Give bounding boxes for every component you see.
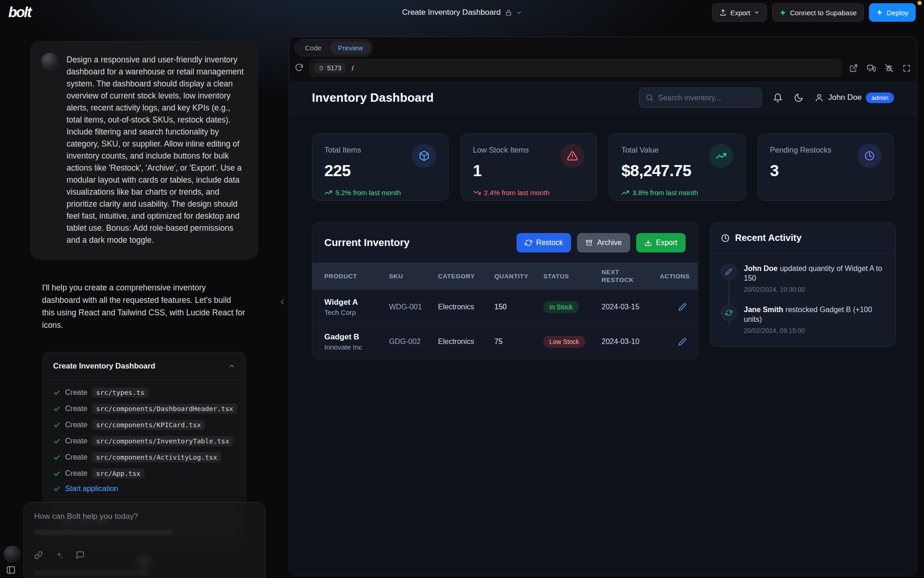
tab-preview[interactable]: Preview: [330, 41, 371, 55]
table-row: Gadget B Innovate Inc GDG-002 Electronic…: [312, 324, 698, 359]
step-action: Create: [65, 437, 87, 445]
check-icon: [53, 405, 61, 412]
plan-step: Create src/components/DashboardHeader.ts…: [53, 404, 235, 414]
bell-icon[interactable]: [773, 93, 783, 103]
collapse-chat-button[interactable]: [275, 295, 289, 309]
chat-mode-icon[interactable]: [76, 551, 85, 560]
sku-cell: WDG-001: [389, 303, 438, 311]
download-icon: [644, 239, 652, 246]
edit-icon[interactable]: [678, 338, 689, 346]
check-icon: [53, 437, 61, 445]
supabase-label: Connect to Supabase: [790, 9, 857, 17]
kpi-card-total-value: Total Value $8,247.75 3.8% from last mon…: [609, 133, 746, 201]
quantity-cell[interactable]: 150: [494, 303, 543, 311]
bolt-workspace: bolt Create Inventory Dashboard Export: [0, 0, 924, 578]
plan-title: Create Inventory Dashboard: [53, 362, 155, 370]
kpi-delta: 5.2% from last month: [324, 189, 436, 197]
export-label: Export: [730, 9, 750, 17]
connect-supabase-button[interactable]: Connect to Supabase: [772, 3, 864, 22]
reload-icon[interactable]: [295, 64, 304, 73]
dashboard-main-row: Current Inventory Restock Archive: [312, 222, 894, 359]
bug-off-icon[interactable]: [885, 64, 894, 73]
app-preview: Inventory Dashboard: [290, 81, 916, 574]
start-application-link[interactable]: Start application: [65, 485, 118, 493]
preview-controls: [849, 63, 911, 73]
export-button[interactable]: Export: [636, 233, 686, 252]
plan-step: Create src/components/KPICard.tsx: [53, 420, 235, 430]
check-icon: [53, 454, 61, 461]
archive-icon: [585, 239, 593, 246]
sidebar-toggle-icon[interactable]: [6, 565, 16, 575]
dark-mode-toggle-icon[interactable]: [794, 93, 803, 103]
fullscreen-icon[interactable]: [902, 64, 911, 73]
clock-icon: [721, 234, 730, 243]
refresh-icon: [721, 305, 737, 321]
inventory-search[interactable]: [639, 87, 762, 108]
category-cell: Electronics: [438, 338, 494, 346]
product-cell: Widget A Tech Corp: [324, 298, 389, 316]
export-button[interactable]: Export: [712, 3, 767, 22]
tab-code[interactable]: Code: [297, 41, 330, 55]
inventory-header: Current Inventory Restock Archive: [312, 223, 698, 263]
supplier-name: Tech Corp: [324, 308, 389, 316]
status-cell: Low Stock: [543, 336, 602, 348]
port-chip[interactable]: 5173: [314, 63, 346, 73]
port-number: 5173: [327, 64, 341, 72]
check-icon: [53, 421, 61, 429]
topbar: bolt Create Inventory Dashboard Export: [0, 0, 924, 25]
edit-icon[interactable]: [678, 303, 689, 311]
step-action: Create: [65, 405, 87, 413]
file-chip[interactable]: src/types.ts: [92, 387, 149, 398]
user-name: John Doe: [828, 93, 862, 102]
activity-content: John Doeupdated quantity of Widget A to …: [744, 264, 885, 293]
table-row: Widget A Tech Corp WDG-001 Electronics 1…: [312, 289, 698, 324]
user-message: Design a responsive and user-friendly in…: [30, 41, 258, 259]
step-action: Create: [65, 388, 87, 397]
activity-actor: Jane Smith: [744, 306, 783, 314]
column-header: Quantity: [494, 273, 543, 280]
dashboard-title: Inventory Dashboard: [312, 91, 434, 105]
deploy-button[interactable]: Deploy: [869, 3, 916, 22]
open-external-icon[interactable]: [849, 64, 858, 73]
archive-button[interactable]: Archive: [577, 233, 630, 252]
category-cell: Electronics: [438, 303, 494, 311]
kpi-card-low-stock: Low Stock Items 1 2.4% from last month: [461, 133, 597, 201]
user-prompt-text: Design a responsive and user-friendly in…: [67, 55, 243, 245]
plan-step: Create src/components/InventoryTable.tsx: [53, 436, 235, 446]
restock-button[interactable]: Restock: [517, 233, 571, 252]
sparkles-icon[interactable]: [55, 551, 64, 560]
chat-input[interactable]: [34, 512, 255, 521]
plan-header[interactable]: Create Inventory Dashboard: [43, 352, 245, 380]
export-label: Export: [656, 239, 677, 247]
account-avatar[interactable]: [4, 546, 20, 562]
bulk-actions: Restock Archive Export: [517, 233, 686, 252]
bolt-logo[interactable]: bolt: [8, 4, 31, 21]
preview-panel: Code Preview 5173 /: [289, 37, 917, 575]
inventory-title: Current Inventory: [324, 237, 410, 249]
file-chip[interactable]: src/App.tsx: [92, 468, 145, 479]
project-title: Create Inventory Dashboard: [402, 8, 501, 17]
url-input[interactable]: 5173 /: [309, 59, 842, 77]
start-application-step: Start application: [53, 485, 235, 493]
file-chip[interactable]: src/components/InventoryTable.tsx: [92, 436, 233, 446]
notification-dot: [918, 1, 922, 5]
responsive-devices-icon[interactable]: [867, 63, 876, 73]
search-input[interactable]: [658, 93, 760, 102]
user-menu[interactable]: John Doe admin: [815, 92, 894, 103]
file-chip[interactable]: src/components/DashboardHeader.tsx: [92, 404, 237, 414]
activity-timestamp: 20/02/2024, 10:30:00: [744, 286, 885, 293]
supplier-name: Innovate Inc: [324, 343, 389, 351]
project-title-menu[interactable]: Create Inventory Dashboard: [402, 0, 522, 25]
chevron-up-icon: [228, 363, 235, 369]
activity-timestamp: 20/02/2024, 09:15:00: [744, 327, 885, 334]
quantity-cell[interactable]: 75: [494, 338, 543, 346]
topbar-actions: Export Connect to Supabase Deploy: [712, 3, 916, 22]
link-icon[interactable]: [34, 551, 43, 560]
file-chip[interactable]: src/components/ActivityLog.tsx: [92, 452, 221, 462]
next-restock-cell: 2024-03-15: [602, 303, 660, 311]
file-chip[interactable]: src/components/KPICard.tsx: [92, 420, 205, 430]
column-header: Status: [543, 273, 602, 280]
step-action: Create: [65, 453, 87, 461]
deploy-label: Deploy: [887, 9, 908, 17]
plan-step: Create src/App.tsx: [53, 468, 235, 479]
